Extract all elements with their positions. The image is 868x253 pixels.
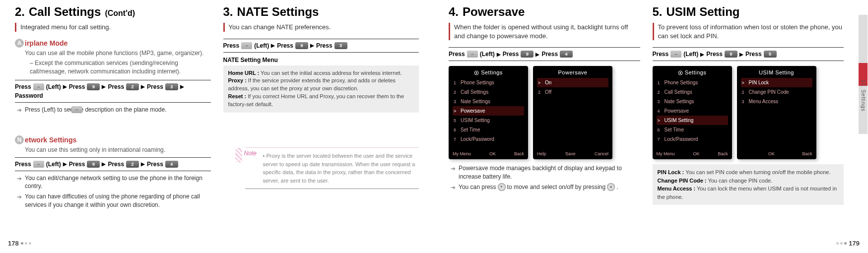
screen-list-item: 6Set Time [453, 125, 524, 134]
screen-list-item: 3Menu Access [741, 97, 812, 106]
divider [15, 157, 211, 158]
softkey-left: My Menu [657, 151, 675, 156]
divider [15, 102, 211, 103]
screen-list-item: >USIM Setting [657, 116, 728, 125]
key-3-icon: 3 [334, 42, 347, 49]
usim-desc-box: PIN Lock : You can set PIN code when tur… [653, 164, 844, 205]
section-4-name: Powersave [463, 5, 525, 19]
network-title-text: etwork Settings [25, 136, 76, 144]
home-url-desc: You can set the initial access address f… [261, 70, 402, 76]
phone-screen-usim: USIM Setting >PIN Lock2Change PIN Code3M… [737, 66, 816, 159]
proxy-label: Proxy : [228, 77, 247, 83]
softkey-right: Back [802, 151, 812, 156]
section-4-lead: When the folder is opened without using … [449, 23, 640, 40]
powersave-screenshots: Settings 1Phone Settings2Call Settings3N… [449, 66, 640, 159]
side-tab [859, 15, 868, 134]
section-2-name: Call Settings [29, 5, 101, 19]
gear-icon [474, 70, 479, 75]
section-3-name: NATE Settings [237, 5, 319, 19]
usim-screenshots: Settings 1Phone Settings2Call Settings3N… [653, 66, 844, 159]
press-label: Press [277, 42, 293, 49]
softkey-right: Cancel [595, 151, 608, 156]
svg-point-1 [476, 72, 477, 74]
section-2-title: 2. Call Settings (Cont'd) [15, 5, 211, 19]
divider [15, 171, 211, 171]
reset-desc: If you correct Home URL and Proxy, you c… [228, 93, 404, 107]
arrow-icon: ▶ [310, 43, 314, 48]
proxy-desc: If the service provider extends the prox… [228, 77, 396, 91]
soft-key-icon: – [33, 161, 44, 168]
nav-key-icon: ● [607, 183, 615, 191]
key-4-icon: 4 [560, 51, 573, 58]
arrow-icon: ▶ [271, 43, 275, 48]
change-pin-desc: You can change PIN code. [708, 178, 772, 184]
softkey-left: My Menu [453, 151, 471, 156]
arrow-icon: ▶ [739, 52, 743, 57]
home-url-label: Home URL : [228, 70, 260, 76]
arrow-icon: ▶ [63, 161, 67, 167]
divider [449, 47, 640, 48]
airplane-press-line: Press – (Left) ▶ Press 9 ▶ Press 2 ▶ Pre… [15, 83, 211, 99]
press-label: Press [745, 51, 762, 58]
usim-press-line: Press – (Left) ▶ Press 9 ▶ Press 5 [653, 51, 844, 58]
page-number-left: 178 [8, 240, 31, 247]
key-4-icon: 4 [165, 161, 178, 168]
section-2-contd: (Cont'd) [105, 9, 135, 18]
softkey-left: Help [537, 151, 546, 156]
network-desc: You can use this setting only in interna… [25, 146, 211, 154]
page-right: 12. Settings 4. Powersave When the folde… [434, 0, 868, 253]
screen-list: 1Phone Settings2Call Settings3Nate Setti… [653, 78, 732, 148]
key-3-icon: 3 [165, 83, 178, 90]
note-label: Note [242, 149, 259, 158]
screen-list-item: 2Change PIN Code [741, 87, 812, 97]
arrow-icon: ▶ [141, 161, 145, 167]
press-label: Press [316, 42, 333, 49]
network-bullet-2-text: You can have difficuties of using the ph… [25, 192, 211, 209]
left-label: (Left) [46, 161, 61, 168]
bullet-arrow-icon: ➔ [17, 193, 22, 201]
divider [449, 61, 640, 61]
screen-list-item: 2Call Settings [657, 87, 728, 97]
key-2-icon: 2 [126, 161, 139, 168]
press-label: Press [108, 161, 124, 168]
section-5-title: 5. USIM Setting [653, 5, 844, 19]
network-bullet-2: ➔ You can have difficuties of using the … [17, 192, 211, 209]
phone-screen-powersave: Powersave >On2Off HelpSaveCancel [533, 66, 612, 159]
screen-list-item: 1Phone Settings [453, 78, 524, 87]
airplane-mode-title: A irplane Mode [15, 39, 211, 48]
arrow-icon: ▶ [180, 84, 184, 89]
key-9-icon: 9 [295, 42, 308, 49]
divider [223, 52, 419, 53]
divider [15, 80, 211, 80]
arrow-icon: ▶ [535, 52, 539, 57]
phone-screen-settings: Settings 1Phone Settings2Call Settings3N… [449, 66, 528, 159]
screen-list-item: 2Off [537, 87, 608, 97]
screen-list: 1Phone Settings2Call Settings3Nate Setti… [449, 78, 528, 148]
nav-key-icon: ✦ [498, 183, 506, 191]
divider [653, 47, 844, 48]
airplane-badge: A [15, 39, 24, 48]
powersave-b2b: to move and select on/off by pressing [507, 183, 606, 191]
softkey-center: OK [693, 151, 699, 156]
soft-key-icon: – [670, 51, 681, 58]
arrow-icon: ▶ [102, 161, 106, 167]
screen-title: USIM Setting [737, 68, 816, 77]
section-usim-setting: 5. USIM Setting To prevent loss of infor… [653, 5, 853, 205]
powersave-bullet-1: ➔ Powersave mode manages backlight of di… [451, 164, 640, 181]
divider [223, 39, 419, 39]
section-2-lead: Integrated menu for call setting. [15, 23, 211, 32]
network-press-line: Press – (Left) ▶ Press 9 ▶ Press 2 ▶ Pre… [15, 161, 211, 168]
softkey-right: Back [718, 151, 728, 156]
press-label: Press [706, 51, 723, 58]
screen-list-item: 5USIM Setting [453, 116, 524, 125]
press-label: Press [15, 161, 31, 168]
screen-title: Powersave [533, 68, 612, 77]
section-5-lead: To prevent loss of information when lost… [653, 23, 844, 40]
divider [653, 61, 844, 61]
section-nate-settings: 3. NATE Settings You can change NATE pre… [223, 5, 419, 211]
gear-icon [678, 70, 683, 75]
soft-key-icon: – [241, 42, 252, 49]
network-bullet-1-text: You can edit/change network setting to u… [25, 174, 211, 191]
airplane-bullet-text: Press (Left) to see the description on t… [25, 106, 167, 114]
bullet-arrow-icon: ➔ [17, 175, 22, 183]
